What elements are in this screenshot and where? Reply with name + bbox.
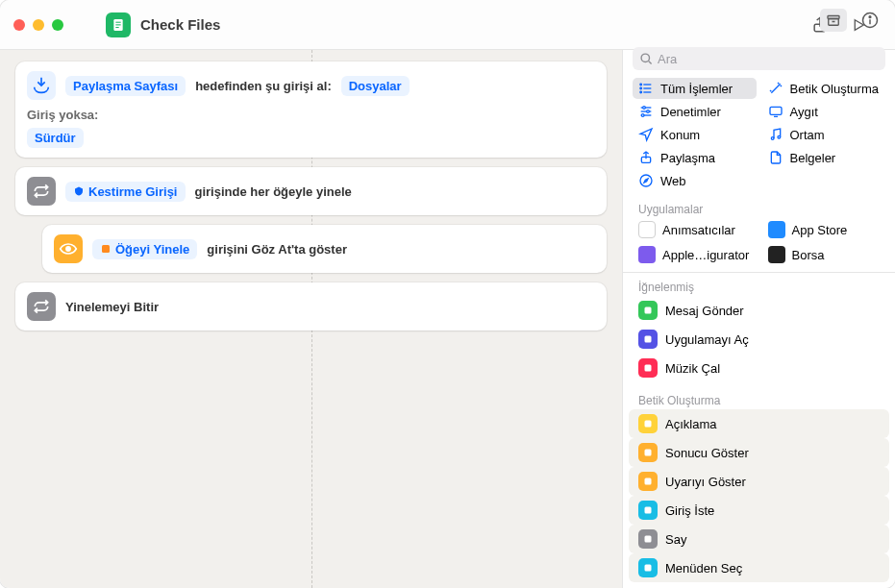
search-input[interactable] — [633, 47, 885, 70]
svg-rect-31 — [645, 336, 652, 343]
svg-rect-34 — [645, 450, 652, 456]
svg-point-29 — [640, 175, 652, 186]
list-icon — [638, 81, 654, 96]
app-item[interactable]: Borsa — [762, 243, 886, 266]
action-list-item[interactable]: Sonucu Göster — [629, 438, 889, 467]
category-item[interactable]: Konum — [633, 124, 757, 145]
minimize-window-button[interactable] — [33, 19, 44, 31]
svg-rect-30 — [645, 307, 652, 314]
category-label: Konum — [660, 128, 700, 142]
app-item[interactable]: Anımsatıcılar — [633, 218, 757, 241]
action-item-label: Açıklama — [665, 417, 716, 431]
action-item-label: Menüden Seç — [665, 561, 742, 576]
action-item-icon — [638, 529, 658, 549]
category-item[interactable]: Betik Oluşturma — [762, 78, 886, 99]
wand-icon — [768, 81, 783, 96]
svg-rect-37 — [645, 536, 652, 543]
close-window-button[interactable] — [13, 19, 25, 31]
receive-type-token[interactable]: Dosyalar — [341, 76, 410, 96]
category-label: Paylaşma — [660, 151, 715, 165]
svg-rect-2 — [115, 24, 120, 25]
action-quick-look[interactable]: Öğeyi Yinele girişini Göz At'ta göster — [42, 225, 607, 273]
receive-middle-text: hedefinden şu girişi al: — [195, 79, 332, 93]
svg-point-16 — [640, 87, 642, 89]
svg-rect-35 — [645, 478, 652, 485]
svg-point-6 — [66, 247, 70, 251]
library-toggle-button[interactable] — [820, 9, 847, 32]
category-item[interactable]: Tüm İşlemler — [633, 78, 757, 99]
category-item[interactable]: Denetimler — [633, 101, 757, 122]
app-label: Anımsatıcılar — [662, 223, 735, 237]
svg-rect-33 — [645, 421, 652, 428]
action-item-label: Uyarıyı Göster — [665, 475, 746, 489]
svg-rect-3 — [115, 27, 118, 28]
action-list-item[interactable]: Giriş İste — [629, 496, 889, 525]
quicklook-text: girişini Göz At'ta göster — [207, 242, 347, 257]
action-item-icon — [638, 301, 658, 320]
app-item[interactable]: Apple…igurator — [633, 243, 757, 266]
info-icon[interactable] — [860, 11, 880, 30]
no-input-label: Giriş yoksa: — [27, 108, 595, 122]
app-icon — [768, 246, 785, 263]
action-list-item[interactable]: Uyarıyı Göster — [629, 467, 889, 496]
action-list-item[interactable]: Müzik Çal — [629, 354, 889, 382]
category-label: Aygıt — [790, 105, 818, 119]
action-repeat-each[interactable]: Kestirme Girişi girişinde her öğeyle yin… — [15, 167, 607, 215]
action-list-item[interactable]: Say — [629, 525, 889, 553]
receive-target-token[interactable]: Paylaşma Sayfası — [65, 76, 186, 96]
svg-rect-1 — [115, 21, 120, 22]
category-item[interactable]: Web — [633, 170, 757, 191]
sliders-icon — [638, 104, 654, 119]
fullscreen-window-button[interactable] — [52, 19, 63, 31]
svg-rect-24 — [770, 108, 782, 115]
app-icon — [638, 221, 656, 238]
apps-grid: AnımsatıcılarApp StoreApple…iguratorBors… — [623, 218, 895, 270]
document-icon — [768, 150, 783, 165]
action-item-label: Müzik Çal — [665, 361, 720, 376]
action-receive-input[interactable]: Paylaşma Sayfası hedefinden şu girişi al… — [15, 61, 607, 158]
safari-icon — [638, 173, 654, 188]
category-label: Denetimler — [660, 105, 721, 119]
action-end-repeat[interactable]: Yinelemeyi Bitir — [15, 282, 607, 331]
svg-point-11 — [869, 15, 871, 17]
repeat-input-token[interactable]: Kestirme Girişi — [65, 182, 186, 202]
no-input-action-token[interactable]: Sürdür — [27, 128, 84, 148]
shortcut-canvas[interactable]: Paylaşma Sayfası hedefinden şu girişi al… — [0, 50, 622, 588]
action-list-item[interactable]: Mesaj Gönder — [629, 296, 889, 325]
category-label: Tüm İşlemler — [660, 82, 733, 96]
action-item-label: Mesaj Gönder — [665, 304, 744, 318]
category-grid: Tüm İşlemlerBetik OluşturmaDenetimlerAyg… — [623, 76, 895, 197]
svg-point-17 — [640, 91, 642, 93]
action-list-item[interactable]: Açıklama — [629, 409, 889, 438]
app-label: App Store — [792, 223, 848, 237]
category-item[interactable]: Belgeler — [762, 147, 886, 168]
app-icon — [638, 246, 656, 263]
quicklook-input-token[interactable]: Öğeyi Yinele — [92, 239, 197, 259]
quicklook-icon — [54, 234, 83, 263]
share-icon — [638, 150, 654, 165]
category-label: Betik Oluşturma — [790, 82, 879, 96]
category-label: Web — [660, 174, 686, 188]
app-icon — [768, 221, 785, 238]
scripting-section-label: Betik Oluşturma — [623, 388, 895, 409]
app-item[interactable]: App Store — [762, 218, 886, 241]
shortcut-app-icon — [106, 12, 131, 37]
action-list-item[interactable]: Menüden Seç — [629, 553, 889, 582]
action-item-label: Say — [665, 532, 686, 547]
svg-point-26 — [771, 137, 774, 140]
category-item[interactable]: Ortam — [762, 124, 886, 145]
action-item-icon — [638, 330, 658, 349]
music-note-icon — [768, 127, 783, 142]
window-title: Check Files — [140, 16, 810, 33]
repeat-text: girişinde her öğeyle yinele — [195, 184, 352, 199]
pinned-section-label: İğnelenmiş — [623, 275, 895, 296]
repeat-icon — [27, 177, 56, 206]
action-list-item[interactable]: Uygulamayı Aç — [629, 325, 889, 354]
svg-rect-32 — [645, 365, 652, 372]
category-label: Ortam — [790, 128, 825, 142]
category-item[interactable]: Paylaşma — [633, 147, 757, 168]
app-label: Borsa — [792, 248, 825, 262]
svg-rect-7 — [102, 245, 110, 253]
action-item-label: Uygulamayı Aç — [665, 332, 749, 347]
category-item[interactable]: Aygıt — [762, 101, 886, 122]
